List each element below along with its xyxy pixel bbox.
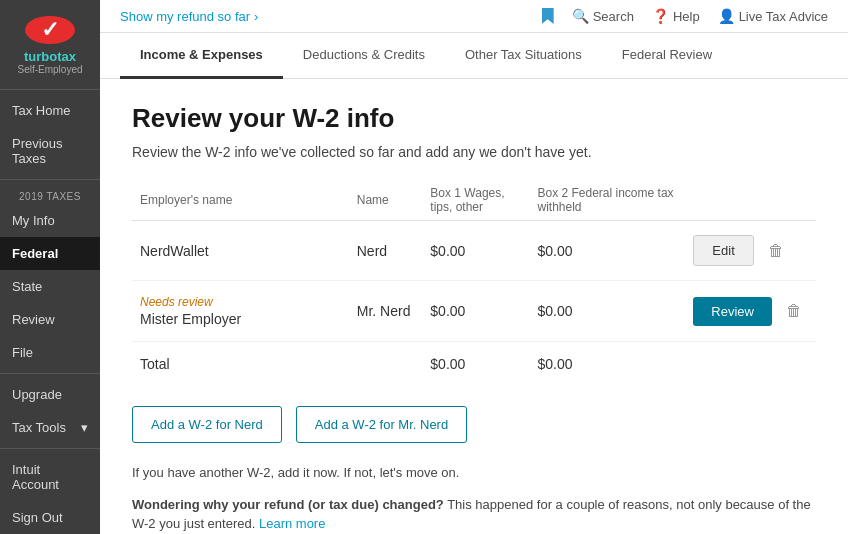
- topbar: Show my refund so far › 🔍 Search ❓ Help …: [100, 0, 848, 33]
- sidebar-item-tax-tools[interactable]: Tax Tools ▾: [0, 411, 100, 444]
- sidebar-item-federal[interactable]: Federal: [0, 237, 100, 270]
- sidebar: ✓ turbotax Self-Employed Tax Home Previo…: [0, 0, 100, 534]
- total-actions: [685, 342, 816, 387]
- sidebar-item-intuit-account[interactable]: Intuit Account: [0, 453, 100, 501]
- bookmark-icon-area[interactable]: [542, 8, 554, 24]
- help-icon: ❓: [652, 8, 669, 24]
- sidebar-item-file[interactable]: File: [0, 336, 100, 369]
- divider-bottom: [0, 373, 100, 374]
- add-w2-nerd-button[interactable]: Add a W-2 for Nerd: [132, 406, 282, 443]
- content-area: Review your W-2 info Review the W-2 info…: [100, 79, 848, 534]
- col-header-name: Name: [349, 180, 423, 221]
- sidebar-item-review[interactable]: Review: [0, 303, 100, 336]
- search-icon: 🔍: [572, 8, 589, 24]
- employer-cell-2: Needs review Mister Employer: [132, 281, 349, 342]
- brand-sub: Self-Employed: [17, 64, 82, 75]
- tab-income-expenses[interactable]: Income & Expenses: [120, 33, 283, 79]
- logo-checkmark: ✓: [41, 17, 59, 43]
- chevron-down-icon: ▾: [81, 420, 88, 435]
- live-advice-button[interactable]: 👤 Live Tax Advice: [718, 8, 828, 24]
- help-button[interactable]: ❓ Help: [652, 8, 700, 24]
- sidebar-footer: Intuit Account Sign Out: [0, 444, 100, 534]
- total-name: [349, 342, 423, 387]
- name-cell: Nerd: [349, 221, 423, 281]
- sidebar-item-upgrade[interactable]: Upgrade: [0, 378, 100, 411]
- total-box1: $0.00: [422, 342, 529, 387]
- logo: ✓: [25, 16, 75, 44]
- sidebar-item-my-info[interactable]: My Info: [0, 204, 100, 237]
- topbar-right: 🔍 Search ❓ Help 👤 Live Tax Advice: [542, 8, 828, 24]
- box1-cell-2: $0.00: [422, 281, 529, 342]
- w2-table: Employer's name Name Box 1 Wages, tips, …: [132, 180, 816, 386]
- tab-other-tax[interactable]: Other Tax Situations: [445, 33, 602, 79]
- nav-tabs: Income & Expenses Deductions & Credits O…: [100, 33, 848, 79]
- divider-mid: [0, 179, 100, 180]
- page-title: Review your W-2 info: [132, 103, 816, 134]
- sidebar-item-tax-home[interactable]: Tax Home: [0, 94, 100, 127]
- helper-text-2: Wondering why your refund (or tax due) c…: [132, 495, 816, 534]
- actions-cell-2: Review 🗑: [685, 281, 816, 342]
- refund-link[interactable]: Show my refund so far ›: [120, 9, 258, 24]
- add-w2-row: Add a W-2 for Nerd Add a W-2 for Mr. Ner…: [132, 406, 816, 443]
- sidebar-item-sign-out[interactable]: Sign Out: [0, 501, 100, 534]
- refund-arrow-icon: ›: [254, 9, 258, 24]
- topbar-left: Show my refund so far ›: [120, 9, 258, 24]
- helper-text-1: If you have another W-2, add it now. If …: [132, 463, 816, 483]
- person-icon: 👤: [718, 8, 735, 24]
- col-header-box1: Box 1 Wages, tips, other: [422, 180, 529, 221]
- bookmark-icon: [542, 8, 554, 24]
- needs-review-badge: Needs review: [140, 295, 341, 309]
- employer-name-2: Mister Employer: [140, 311, 241, 327]
- delete-icon[interactable]: 🗑: [762, 238, 790, 264]
- table-row: Needs review Mister Employer Mr. Nerd $0…: [132, 281, 816, 342]
- divider-top: [0, 89, 100, 90]
- refund-link-text: Show my refund so far: [120, 9, 250, 24]
- tab-federal-review[interactable]: Federal Review: [602, 33, 732, 79]
- total-row: Total $0.00 $0.00: [132, 342, 816, 387]
- search-button[interactable]: 🔍 Search: [572, 8, 634, 24]
- review-button[interactable]: Review: [693, 297, 772, 326]
- sidebar-item-state[interactable]: State: [0, 270, 100, 303]
- main-area: Show my refund so far › 🔍 Search ❓ Help …: [100, 0, 848, 534]
- footer-divider: [0, 448, 100, 449]
- tab-deductions-credits[interactable]: Deductions & Credits: [283, 33, 445, 79]
- col-header-employer: Employer's name: [132, 180, 349, 221]
- employer-cell: NerdWallet: [132, 221, 349, 281]
- help-label: Help: [673, 9, 700, 24]
- edit-button[interactable]: Edit: [693, 235, 753, 266]
- learn-more-link[interactable]: Learn more: [259, 516, 325, 531]
- box2-cell-2: $0.00: [529, 281, 685, 342]
- add-w2-mr-nerd-button[interactable]: Add a W-2 for Mr. Nerd: [296, 406, 467, 443]
- box1-cell: $0.00: [422, 221, 529, 281]
- advice-label: Live Tax Advice: [739, 9, 828, 24]
- helper-text-2-bold: Wondering why your refund (or tax due) c…: [132, 497, 444, 512]
- col-header-actions: [685, 180, 816, 221]
- section-label: 2019 TAXES: [7, 183, 93, 204]
- name-cell-2: Mr. Nerd: [349, 281, 423, 342]
- col-header-box2: Box 2 Federal income tax withheld: [529, 180, 685, 221]
- employer-name: NerdWallet: [140, 243, 209, 259]
- brand-name: turbotax: [24, 50, 76, 64]
- table-row: NerdWallet Nerd $0.00 $0.00 Edit 🗑: [132, 221, 816, 281]
- total-label: Total: [132, 342, 349, 387]
- tax-tools-label: Tax Tools: [12, 420, 66, 435]
- total-box2: $0.00: [529, 342, 685, 387]
- search-label: Search: [593, 9, 634, 24]
- delete-icon-2[interactable]: 🗑: [780, 298, 808, 324]
- box2-cell: $0.00: [529, 221, 685, 281]
- sidebar-item-previous-taxes[interactable]: Previous Taxes: [0, 127, 100, 175]
- page-subtitle: Review the W-2 info we've collected so f…: [132, 144, 816, 160]
- actions-cell: Edit 🗑: [685, 221, 816, 281]
